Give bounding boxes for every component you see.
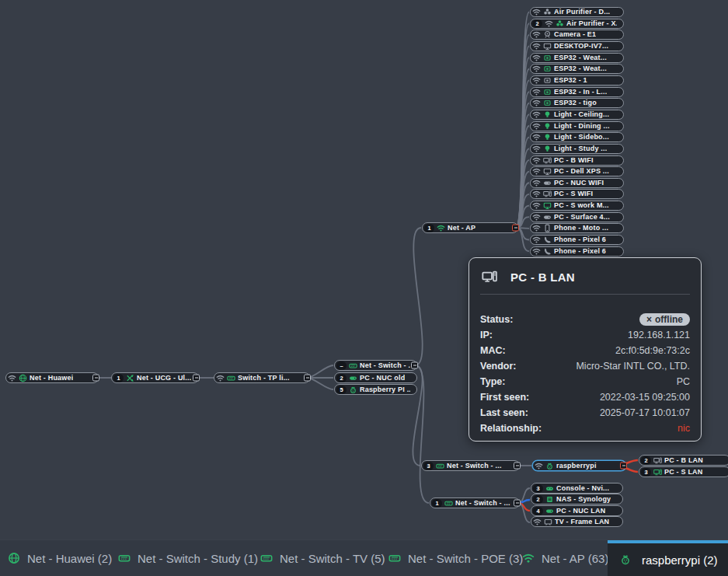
wifi-icon: [532, 167, 541, 176]
node-esp32-weat[interactable]: ESP32 - Weat...: [530, 53, 624, 63]
tab-net-switch-poe-3[interactable]: Net - Switch - POE (3): [388, 540, 523, 576]
node-label: Raspberry PI ...: [360, 386, 410, 393]
node-pc-s-wifi[interactable]: PC - S WIFI: [530, 189, 624, 199]
node-pc-nuc-old[interactable]: 2PC - NUC old: [334, 372, 417, 383]
raspberry-icon: [545, 462, 554, 470]
wifi-icon: [532, 145, 541, 153]
gray-link: [413, 228, 422, 365]
node-pc-s-lan[interactable]: 3PC - S LAN: [639, 466, 728, 477]
collapse-button[interactable]: [514, 500, 521, 507]
detail-row: First seen:2022-03-15 09:25:00: [480, 389, 690, 405]
node-net-switch[interactable]: 3Net - Switch - ...: [421, 460, 520, 471]
wifi-icon: [532, 54, 541, 62]
detail-value: 2025-07-17 10:01:07: [600, 407, 690, 418]
collapse-button[interactable]: [620, 463, 627, 470]
fan-icon: [556, 19, 564, 28]
node-console-nvi[interactable]: 3Console - Nvi...: [531, 483, 623, 494]
node-pc-nuc-lan[interactable]: 4PC - NUC LAN: [531, 505, 623, 516]
node-label: raspberrypi: [556, 463, 597, 470]
pc-icon: [543, 156, 552, 165]
wifi-icon: [522, 552, 535, 564]
minipc-icon: [543, 213, 552, 222]
pc-icon: [653, 468, 662, 477]
node-esp32-1[interactable]: ESP32 - 1: [530, 75, 624, 86]
node-raspberrypi[interactable]: raspberrypi: [532, 460, 626, 471]
tab-net-ap-63[interactable]: Net - AP (63): [522, 540, 608, 576]
wifi-icon: [532, 201, 541, 210]
minipc-icon: [349, 374, 357, 382]
node-desktop-iv7[interactable]: DESKTOP-IV7...: [530, 41, 624, 51]
node-net-ap[interactable]: 1Net - AP: [422, 222, 518, 233]
node-net-switch[interactable]: 1Net - Switch - ...: [430, 497, 520, 508]
node-label: Camera - E1: [554, 31, 596, 38]
tab-net-switch-study-1[interactable]: Net - Switch - Study (1): [118, 540, 258, 576]
node-air-purifier-x[interactable]: 2Air Purifier - X...: [530, 19, 624, 29]
switch-icon: [227, 374, 235, 382]
node-phone-pixel-6[interactable]: Phone - Pixel 6: [530, 235, 624, 245]
collapse-button[interactable]: [304, 375, 311, 382]
node-tv-frame-lan[interactable]: TV - Frame LAN: [531, 516, 623, 527]
node-camera-e1[interactable]: Camera - E1: [530, 30, 624, 40]
chip-icon: [543, 88, 552, 96]
node-light-ceiling[interactable]: Light - Ceiling...: [530, 110, 624, 120]
node-esp32-tigo[interactable]: ESP32 - tigo: [530, 98, 624, 108]
node-air-purifier-d[interactable]: Air Purifier - D...: [530, 7, 624, 17]
node-label: NAS - Synology: [556, 496, 611, 503]
node-phone-moto[interactable]: Phone - Moto ...: [530, 223, 624, 233]
node-light-dining[interactable]: Light - Dining ...: [530, 121, 624, 131]
node-pc-s-work-m[interactable]: PC - S work M...: [530, 201, 624, 211]
port-badge: 1: [432, 499, 442, 508]
collapse-button[interactable]: [193, 375, 200, 382]
switch-icon: [260, 552, 273, 564]
tab-raspberrypi-2[interactable]: raspberrypi (2): [608, 540, 728, 576]
network-topology-canvas: Net - Huawei1Net - UCG - Ul...Switch - T…: [0, 0, 728, 576]
wifi-icon: [532, 122, 541, 131]
wifi-icon: [532, 224, 541, 232]
node-net-huawei[interactable]: Net - Huawei: [5, 372, 99, 383]
collapse-button[interactable]: [92, 375, 99, 382]
detail-label: IP:: [480, 330, 493, 340]
tab-net-switch-tv-5[interactable]: Net - Switch - TV (5): [260, 540, 385, 576]
node-pc-dell-xps[interactable]: PC - Dell XPS ...: [530, 166, 624, 176]
node-pc-b-wifi[interactable]: PC - B WIFI: [530, 155, 624, 166]
node-esp32-in-l[interactable]: ESP32 - In - L...: [530, 87, 624, 97]
minipc-icon: [545, 507, 554, 515]
monitor-icon: [543, 167, 552, 176]
port-badge: 3: [641, 468, 651, 477]
node-nas-synology[interactable]: 2NAS - Synology: [531, 494, 623, 504]
pc-icon: [653, 456, 662, 465]
detail-value: 2022-03-15 09:25:00: [600, 392, 690, 403]
wifi-icon: [533, 518, 542, 526]
gray-link: [307, 365, 333, 378]
wifi-icon: [532, 236, 541, 244]
tab-label: Net - Switch - Study (1): [138, 552, 258, 565]
handset-icon: [543, 247, 552, 256]
node-label: Light - Sidebo...: [554, 134, 609, 141]
node-light-study[interactable]: Light - Study ...: [530, 144, 624, 154]
node-net-switch[interactable]: –Net - Switch - ...: [334, 360, 417, 371]
node-pc-b-lan[interactable]: 2PC - B LAN: [639, 455, 728, 466]
node-light-sidebo[interactable]: Light - Sidebo...: [530, 132, 624, 142]
wifi-icon: [535, 462, 543, 470]
node-raspberry-pi[interactable]: 5Raspberry PI ...: [334, 384, 417, 395]
detail-value: 192.168.1.121: [628, 330, 690, 340]
node-pc-surface-4[interactable]: PC - Surface 4...: [530, 212, 624, 222]
collapse-button[interactable]: [411, 362, 418, 369]
node-label: PC - NUC LAN: [556, 508, 605, 515]
port-badge: –: [336, 361, 347, 370]
popup-header: PC - B LAN: [469, 258, 701, 289]
node-pc-nuc-wifi[interactable]: PC - NUC WIFI: [530, 178, 624, 188]
wifi-icon: [532, 76, 541, 85]
detail-label: Relationship:: [480, 423, 542, 434]
node-label: PC - S WIFI: [554, 190, 593, 197]
node-switch-tp-li[interactable]: Switch - TP li...: [214, 372, 310, 383]
node-phone-pixel-6[interactable]: Phone - Pixel 6: [530, 246, 624, 257]
node-esp32-weat[interactable]: ESP32 - Weat...: [530, 64, 624, 74]
node-net-ucg-ul[interactable]: 1Net - UCG - Ul...: [111, 372, 199, 383]
gamepad-icon: [545, 484, 554, 493]
node-label: TV - Frame LAN: [555, 518, 609, 525]
tab-label: Net - Switch - POE (3): [408, 552, 523, 565]
tab-net-huawei-2[interactable]: Net - Huawei (2): [8, 540, 112, 576]
collapse-button[interactable]: [512, 225, 519, 232]
collapse-button[interactable]: [514, 463, 521, 470]
